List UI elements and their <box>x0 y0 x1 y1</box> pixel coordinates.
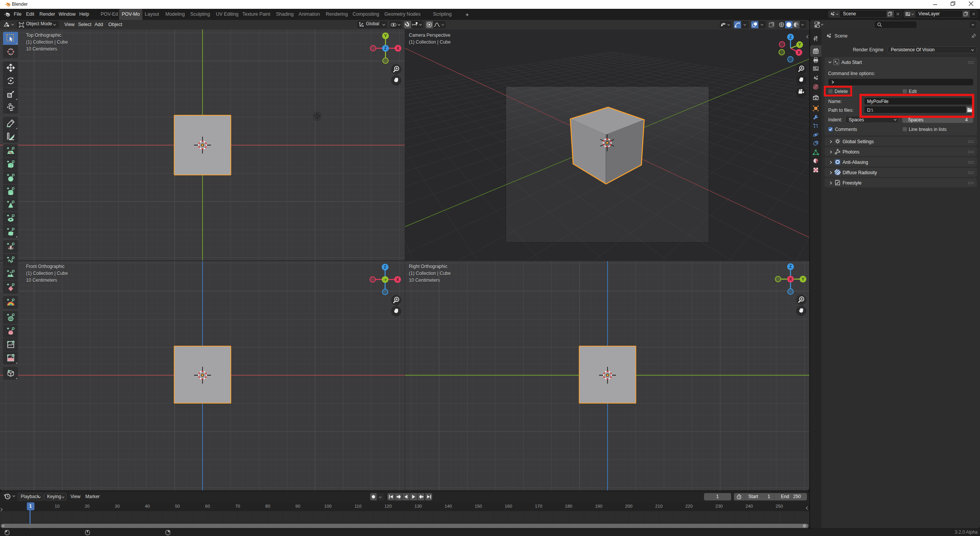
svg-text:Y: Y <box>798 42 801 47</box>
svg-text:Y: Y <box>384 33 387 38</box>
svg-text:X: X <box>396 277 399 282</box>
svg-text:X: X <box>797 50 800 54</box>
svg-text:X: X <box>397 46 399 51</box>
svg-text:Z: Z <box>789 264 792 269</box>
svg-text:Z: Z <box>384 265 387 269</box>
svg-text:Z: Z <box>384 46 387 51</box>
svg-text:-Y: -Y <box>384 278 387 282</box>
svg-text:Y: Y <box>802 277 804 281</box>
svg-text:X: X <box>789 277 792 281</box>
svg-text:Z: Z <box>789 34 792 39</box>
